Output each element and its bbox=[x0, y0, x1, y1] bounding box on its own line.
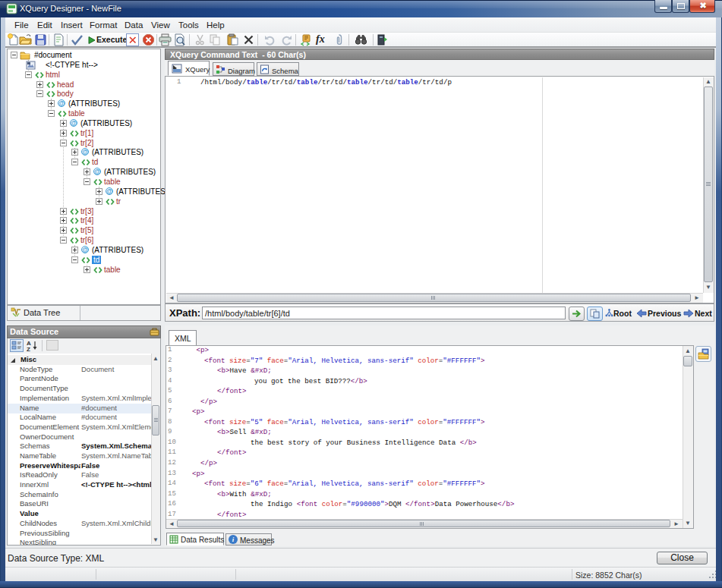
svg-text:Z: Z bbox=[27, 346, 30, 352]
